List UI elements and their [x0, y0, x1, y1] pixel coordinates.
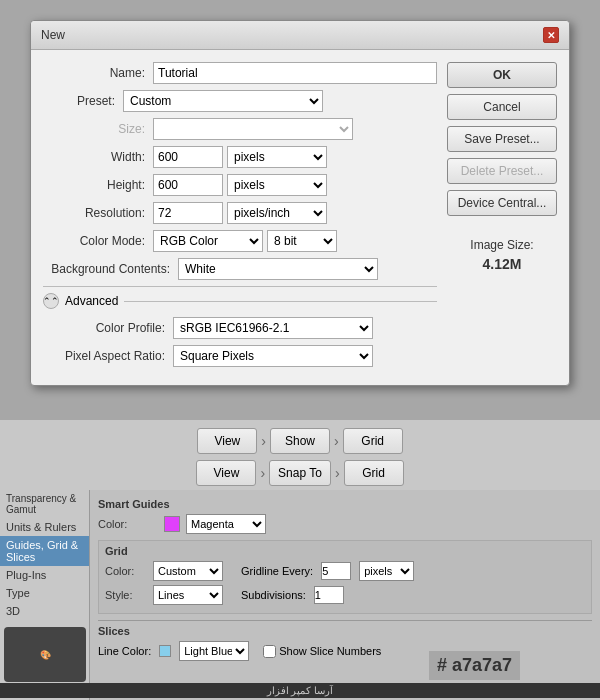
pixelaspect-select[interactable]: Square Pixels [173, 345, 373, 367]
size-label: Size: [43, 122, 153, 136]
size-select[interactable] [153, 118, 353, 140]
image-size-area: Image Size: 4.12M [447, 238, 557, 272]
gridline-input[interactable] [321, 562, 351, 580]
grid-color-select[interactable]: Custom [153, 561, 223, 581]
colorprofile-row: Color Profile: sRGB IEC61966-2.1 [43, 317, 437, 339]
pixelaspect-row: Pixel Aspect Ratio: Square Pixels [43, 345, 437, 367]
ok-button[interactable]: OK [447, 62, 557, 88]
magenta-swatch [164, 516, 180, 532]
colormode-controls: RGB Color 8 bit [153, 230, 337, 252]
colorprofile-select[interactable]: sRGB IEC61966-2.1 [173, 317, 373, 339]
grid-button-2[interactable]: Grid [344, 460, 404, 486]
toolbar-row-1: View › Show › Grid [80, 428, 520, 454]
colormode-row: Color Mode: RGB Color 8 bit [43, 230, 437, 252]
size-row: Size: [43, 118, 437, 140]
close-button[interactable]: ✕ [543, 27, 559, 43]
resolution-unit-select[interactable]: pixels/inch [227, 202, 327, 224]
colormode-label: Color Mode: [43, 234, 153, 248]
sidebar-item-units[interactable]: Units & Rulers [0, 518, 89, 536]
name-row: Name: [43, 62, 437, 84]
dialog-title: New [41, 28, 65, 42]
gridline-label: Gridline Every: [241, 565, 313, 577]
smart-guides-color-label: Color: [98, 518, 158, 530]
subdivisions-input[interactable] [314, 586, 344, 604]
advanced-section: ⌃⌃ Advanced Color Profile: sRGB IEC61966… [43, 286, 437, 367]
colormode-select[interactable]: RGB Color [153, 230, 263, 252]
view-button-2[interactable]: View [196, 460, 256, 486]
settings-panel: Smart Guides Color: Magenta Grid Color: … [90, 490, 600, 700]
toolbar-area: View › Show › Grid View › Snap To › Grid [0, 420, 600, 494]
resolution-label: Resolution: [43, 206, 153, 220]
logo-area: 🎨 [4, 627, 86, 682]
sidebar-item-3d[interactable]: 3D [0, 602, 89, 620]
grid-button-1[interactable]: Grid [343, 428, 403, 454]
logo-text: 🎨 [40, 650, 51, 660]
arrow-icon-4: › [335, 465, 340, 481]
new-dialog: New ✕ Name: Preset: Custom Size: [30, 20, 570, 386]
sidebar-panel: Transparency & Gamut Units & Rulers Guid… [0, 490, 90, 700]
bg-label: Background Contents: [43, 262, 178, 276]
advanced-header[interactable]: ⌃⌃ Advanced [43, 291, 437, 311]
dialog-body: Name: Preset: Custom Size: Width: [31, 50, 569, 385]
save-preset-button[interactable]: Save Preset... [447, 126, 557, 152]
width-unit-select[interactable]: pixels [227, 146, 327, 168]
smart-guides-title: Smart Guides [98, 498, 592, 510]
width-row: Width: pixels [43, 146, 437, 168]
height-input[interactable] [153, 174, 223, 196]
sidebar-item-type[interactable]: Type [0, 584, 89, 602]
height-unit-select[interactable]: pixels [227, 174, 327, 196]
show-slice-checkbox[interactable] [263, 645, 276, 658]
delete-preset-button[interactable]: Delete Preset... [447, 158, 557, 184]
advanced-divider [124, 301, 437, 302]
show-button[interactable]: Show [270, 428, 330, 454]
preset-label: Preset: [43, 94, 123, 108]
pixelaspect-label: Pixel Aspect Ratio: [43, 349, 173, 363]
snapto-button[interactable]: Snap To [269, 460, 331, 486]
lightblue-swatch [159, 645, 171, 657]
view-button-1[interactable]: View [197, 428, 257, 454]
sidebar-item-transparency[interactable]: Transparency & Gamut [0, 490, 89, 518]
grid-color-row: Color: Custom Gridline Every: pixels [105, 561, 585, 581]
name-label: Name: [43, 66, 153, 80]
form-section: Name: Preset: Custom Size: Width: [43, 62, 437, 373]
height-label: Height: [43, 178, 153, 192]
hashtag-badge: # a7a7a7 [429, 651, 520, 680]
cancel-button[interactable]: Cancel [447, 94, 557, 120]
resolution-row: Resolution: pixels/inch [43, 202, 437, 224]
smart-guides-color-row: Color: Magenta [98, 514, 592, 534]
resolution-input[interactable] [153, 202, 223, 224]
bg-select[interactable]: White [178, 258, 378, 280]
hashtag-text: # a7a7a7 [437, 655, 512, 675]
toolbar-row-2: View › Snap To › Grid [80, 460, 520, 486]
sidebar-item-plugins[interactable]: Plug-Ins [0, 566, 89, 584]
subdivisions-label: Subdivisions: [241, 589, 306, 601]
smart-guides-section: Smart Guides Color: Magenta [98, 498, 592, 534]
smart-guides-color-select[interactable]: Magenta [186, 514, 266, 534]
show-slice-label: Show Slice Numbers [263, 645, 381, 658]
bg-row: Background Contents: White [43, 258, 437, 280]
colorprofile-label: Color Profile: [43, 321, 173, 335]
arrow-icon-2: › [334, 433, 339, 449]
device-central-button[interactable]: Device Central... [447, 190, 557, 216]
sidebar-item-guides[interactable]: Guides, Grid & Slices [0, 536, 89, 566]
watermark-text: آرسا کمپر افزار [267, 685, 334, 696]
width-input[interactable] [153, 146, 223, 168]
bitdepth-select[interactable]: 8 bit [267, 230, 337, 252]
arrow-icon-1: › [261, 433, 266, 449]
watermark-bar: آرسا کمپر افزار [0, 683, 600, 698]
arrow-icon-3: › [260, 465, 265, 481]
grid-section: Grid Color: Custom Gridline Every: pixel… [98, 540, 592, 614]
preset-select[interactable]: Custom [123, 90, 323, 112]
linecolor-select[interactable]: Light Blue [179, 641, 249, 661]
name-input[interactable] [153, 62, 437, 84]
advanced-label: Advanced [65, 294, 118, 308]
preset-row: Preset: Custom [43, 90, 437, 112]
advanced-toggle[interactable]: ⌃⌃ [43, 293, 59, 309]
grid-style-select[interactable]: Lines [153, 585, 223, 605]
gridline-unit-select[interactable]: pixels [359, 561, 414, 581]
height-row: Height: pixels [43, 174, 437, 196]
image-size-value: 4.12M [447, 256, 557, 272]
grid-style-label: Style: [105, 589, 145, 601]
grid-title: Grid [105, 545, 585, 557]
width-label: Width: [43, 150, 153, 164]
